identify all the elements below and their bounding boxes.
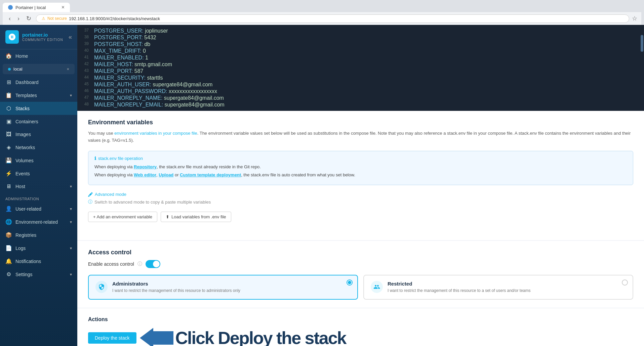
sidebar-item-events-label: Events xyxy=(15,171,30,176)
code-key: MAILER_AUTH_USER: xyxy=(94,82,153,87)
reload-button[interactable]: ↻ xyxy=(24,14,33,23)
load-env-file-button[interactable]: ⬆ Load variables from .env file xyxy=(161,212,231,222)
dashboard-icon: ⊞ xyxy=(5,79,12,85)
active-tab[interactable]: Portainer | local × xyxy=(3,3,70,12)
info-line1: When deploying via Repository, the stack… xyxy=(94,164,627,171)
bookmark-button[interactable]: ☆ xyxy=(632,15,637,22)
sidebar-item-volumes[interactable]: 💾 Volumes xyxy=(0,154,77,167)
code-value: supergate84@gmail.com xyxy=(164,95,224,101)
administrators-desc: I want to restrict the management of thi… xyxy=(112,288,240,294)
upload-link[interactable]: Upload xyxy=(159,172,173,177)
switch-mode-hint: Switch to advanced mode to copy & paste … xyxy=(88,199,633,205)
access-control-title: Access control xyxy=(88,249,633,256)
environment-indicator: local × xyxy=(3,64,75,74)
code-editor[interactable]: 37 POSTGRES_USER: joplinuser 38 POSTGRES… xyxy=(77,25,644,111)
code-lines: 37 POSTGRES_USER: joplinuser 38 POSTGRES… xyxy=(77,28,644,108)
sidebar-item-home[interactable]: 🏠 Home xyxy=(0,49,77,62)
code-line: 40 MAX_TIME_DRIFT: 0 xyxy=(77,48,644,54)
add-env-variable-button[interactable]: + Add an environment variable xyxy=(88,212,157,222)
sidebar-item-networks[interactable]: ◈ Networks xyxy=(0,141,77,154)
browser-tabs: Portainer | local × xyxy=(3,3,641,12)
repository-link[interactable]: Repository xyxy=(134,164,157,169)
scrollbar-track[interactable] xyxy=(640,25,644,111)
notifications-icon: 🔔 xyxy=(5,258,12,264)
advanced-mode-toggle[interactable]: Advanced mode xyxy=(88,192,633,197)
line-number: 46 xyxy=(77,88,94,93)
restricted-radio[interactable] xyxy=(622,279,628,286)
code-content: POSTGRES_PORT: 5432 xyxy=(94,35,156,41)
code-value: supergate84@gmail.com xyxy=(153,82,212,87)
logs-arrow-icon: ▾ xyxy=(70,246,72,251)
info-line2: When deploying via Web editor, Upload or… xyxy=(94,172,627,179)
browser-chrome: Portainer | local × ‹ › ↻ ⚠ Not secure 1… xyxy=(0,0,644,25)
security-icon: ⚠ xyxy=(42,16,45,21)
line-number: 42 xyxy=(77,61,94,66)
administrators-radio[interactable] xyxy=(347,279,353,286)
code-key: MAILER_NOREPLY_EMAIL: xyxy=(94,102,165,107)
sidebar-item-registries[interactable]: 📦 Registries xyxy=(0,228,77,242)
sidebar-item-user-related[interactable]: 👤 User-related ▾ xyxy=(0,202,77,215)
sidebar-item-networks-label: Networks xyxy=(15,145,35,150)
host-arrow-icon: ▾ xyxy=(70,184,72,189)
code-value: db xyxy=(144,41,150,47)
restricted-title: Restricted xyxy=(388,281,531,287)
networks-icon: ◈ xyxy=(5,144,12,150)
code-content: MAILER_AUTH_PASSWORD: xxxxxxxxxxxxxxxxxx xyxy=(94,88,217,94)
env-section-title: Environment variables xyxy=(88,119,633,126)
administrators-icon xyxy=(95,281,108,293)
templates-icon: 📋 xyxy=(5,92,12,98)
sidebar-item-events[interactable]: ⚡ Events xyxy=(0,167,77,180)
access-card-administrators[interactable]: Administrators I want to restrict the ma… xyxy=(88,275,358,300)
forward-button[interactable]: › xyxy=(15,14,22,23)
code-key: MAILER_SECURITY: xyxy=(94,75,147,81)
env-action-buttons: + Add an environment variable ⬆ Load var… xyxy=(88,212,633,222)
sidebar-item-templates[interactable]: 📋 Templates ▾ xyxy=(0,89,77,102)
logo-sub: COMMUNITY EDITION xyxy=(22,38,63,42)
deploy-action-row: Deploy the stack Click Deploy the stack xyxy=(88,328,633,346)
code-value: joplinuser xyxy=(145,28,168,34)
code-key: MAX_TIME_DRIFT: xyxy=(94,48,143,54)
code-line: 42 MAILER_HOST: smtp.gmail.com xyxy=(77,61,644,68)
tab-close-button[interactable]: × xyxy=(62,5,65,10)
actions-section: Actions Deploy the stack Click Deploy th… xyxy=(77,308,644,346)
sidebar-item-dashboard[interactable]: ⊞ Dashboard xyxy=(0,76,77,89)
env-section-desc: You may use environment variables in you… xyxy=(88,130,633,144)
sidebar-item-notifications[interactable]: 🔔 Notifications xyxy=(0,255,77,268)
web-editor-link[interactable]: Web editor xyxy=(134,172,156,177)
code-line: 48 MAILER_NOREPLY_EMAIL: supergate84@gma… xyxy=(77,101,644,108)
scrollbar-thumb[interactable] xyxy=(641,35,643,52)
sidebar: portainer.io COMMUNITY EDITION « 🏠 Home … xyxy=(0,25,77,346)
address-bar[interactable]: ⚠ Not secure 192.168.1.18:9000/#/2/docke… xyxy=(36,14,629,23)
code-value: 0 xyxy=(143,48,146,54)
administrators-title: Administrators xyxy=(112,281,240,287)
sidebar-item-settings-label: Settings xyxy=(15,272,33,277)
sidebar-item-stacks[interactable]: ⬡ Stacks xyxy=(0,102,77,115)
env-compose-link[interactable]: environment variables in your compose fi… xyxy=(114,131,197,136)
back-button[interactable]: ‹ xyxy=(7,14,13,23)
line-number: 47 xyxy=(77,95,94,100)
sidebar-collapse-button[interactable]: « xyxy=(69,34,72,41)
access-control-toggle[interactable] xyxy=(146,260,160,268)
env-name: local xyxy=(13,67,23,72)
line-number: 44 xyxy=(77,75,94,80)
custom-template-link[interactable]: Custom template deployment xyxy=(180,172,241,177)
deploy-stack-button[interactable]: Deploy the stack xyxy=(88,332,136,344)
code-key: MAILER_ENABLED: xyxy=(94,55,145,60)
sidebar-item-containers[interactable]: ▣ Containers xyxy=(0,115,77,128)
sidebar-item-environment-related[interactable]: 🌐 Environment-related ▾ xyxy=(0,215,77,228)
code-line: 44 MAILER_SECURITY: starttls xyxy=(77,75,644,81)
code-value: starttls xyxy=(147,75,163,81)
code-key: MAILER_PORT: xyxy=(94,68,134,74)
sidebar-item-images[interactable]: 🖼 Images xyxy=(0,128,77,141)
env-close-button[interactable]: × xyxy=(67,67,69,72)
settings-icon: ⚙ xyxy=(5,271,12,277)
sidebar-item-host[interactable]: 🖥 Host ▾ xyxy=(0,180,77,193)
access-card-group: Administrators I want to restrict the ma… xyxy=(88,275,633,300)
sidebar-navigation: 🏠 Home local × ⊞ Dashboard 📋 Templates ▾… xyxy=(0,49,77,346)
code-line: 37 POSTGRES_USER: joplinuser xyxy=(77,28,644,34)
environment-related-arrow-icon: ▾ xyxy=(70,220,72,224)
code-value: 5432 xyxy=(144,35,156,40)
sidebar-item-logs[interactable]: 📄 Logs ▾ xyxy=(0,242,77,255)
access-card-restricted[interactable]: Restricted I want to restrict the manage… xyxy=(363,275,633,300)
sidebar-item-settings[interactable]: ⚙ Settings ▾ xyxy=(0,268,77,281)
